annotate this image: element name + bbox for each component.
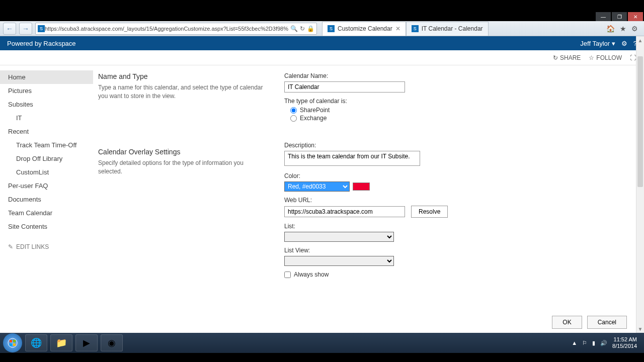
nav-subsite-it[interactable]: IT bbox=[0, 111, 93, 125]
site-favicon: S bbox=[38, 25, 45, 32]
description-label: Description: bbox=[284, 142, 546, 149]
tools-icon[interactable]: ⚙ bbox=[631, 25, 638, 33]
svg-rect-1 bbox=[10, 340, 12, 342]
nav-pictures[interactable]: Pictures bbox=[0, 84, 93, 98]
taskbar-explorer[interactable]: 📁 bbox=[50, 334, 72, 351]
pencil-icon: ✎ bbox=[8, 243, 13, 250]
url-input[interactable] bbox=[45, 23, 288, 34]
page-toolbar: ↻SHARE ☆FOLLOW ⛶ bbox=[0, 50, 644, 65]
always-show-label: Always show bbox=[294, 271, 329, 278]
left-nav: Home Pictures Subsites IT Recent Track T… bbox=[0, 65, 93, 333]
color-select[interactable]: Red, #ed0033 bbox=[284, 182, 350, 192]
tab-favicon: S bbox=[412, 25, 419, 32]
share-button[interactable]: ↻SHARE bbox=[553, 54, 581, 61]
nav-recent-customlist[interactable]: CustomList bbox=[0, 165, 93, 179]
radio-sharepoint-label: SharePoint bbox=[300, 107, 330, 114]
close-button[interactable]: ✕ bbox=[628, 12, 643, 21]
resolve-button[interactable]: Resolve bbox=[411, 206, 448, 218]
nav-recent-track[interactable]: Track Team Time-Off bbox=[0, 138, 93, 152]
ok-button[interactable]: OK bbox=[552, 316, 582, 329]
tray-up-icon[interactable]: ▲ bbox=[572, 340, 577, 346]
tab-favicon: S bbox=[328, 25, 335, 32]
star-icon: ☆ bbox=[589, 54, 594, 61]
browser-toolbar: ← → S 🔍 ↻ 🔒 S Customize Calendar ✕ S IT … bbox=[0, 21, 644, 36]
focus-button[interactable]: ⛶ bbox=[630, 54, 636, 61]
color-swatch bbox=[353, 183, 370, 191]
taskbar-chrome[interactable]: ◉ bbox=[101, 334, 123, 351]
share-icon: ↻ bbox=[553, 54, 558, 61]
radio-exchange-label: Exchange bbox=[300, 115, 327, 122]
edit-links[interactable]: ✎EDIT LINKS bbox=[0, 238, 93, 255]
svg-rect-4 bbox=[13, 343, 16, 346]
weburl-input[interactable] bbox=[284, 206, 405, 217]
nav-site-contents[interactable]: Site Contents bbox=[0, 220, 93, 233]
nav-subsites[interactable]: Subsites bbox=[0, 98, 93, 111]
weburl-label: Web URL: bbox=[284, 197, 546, 204]
user-menu[interactable]: Jeff Taylor ▾ bbox=[580, 40, 615, 47]
nav-recent-header: Recent bbox=[0, 125, 93, 138]
scroll-thumb[interactable] bbox=[637, 56, 643, 187]
calendar-name-label: Calendar Name: bbox=[284, 72, 546, 79]
nav-home[interactable]: Home bbox=[0, 70, 93, 84]
brand-label: Powered by Rackspace bbox=[7, 40, 76, 47]
windows-taskbar: 🌐 📁 ▶ ◉ ▲ ⚐ ▮ 🔊 11:52 AM 8/15/2014 bbox=[0, 333, 644, 353]
main-content: Name and Type Type a name for this calen… bbox=[93, 65, 644, 333]
radio-exchange[interactable] bbox=[290, 115, 297, 122]
description-input[interactable]: This is the team calendar from our IT Su… bbox=[284, 151, 420, 166]
tray-network-icon[interactable]: ▮ bbox=[592, 340, 595, 346]
scroll-down-icon[interactable]: ▼ bbox=[636, 325, 644, 333]
tray-volume-icon[interactable]: 🔊 bbox=[600, 340, 607, 346]
svg-rect-3 bbox=[10, 343, 12, 346]
taskbar-media[interactable]: ▶ bbox=[75, 334, 98, 351]
cancel-button[interactable]: Cancel bbox=[587, 316, 627, 329]
nav-documents[interactable]: Documents bbox=[0, 193, 93, 206]
taskbar-ie[interactable]: 🌐 bbox=[25, 334, 47, 351]
minimize-button[interactable]: — bbox=[596, 12, 611, 21]
settings-icon[interactable]: ⚙ bbox=[621, 40, 627, 47]
favorites-icon[interactable]: ★ bbox=[620, 25, 626, 33]
listview-select[interactable] bbox=[284, 256, 394, 266]
calendar-type-label: The type of calendar is: bbox=[284, 98, 546, 105]
radio-sharepoint[interactable] bbox=[290, 107, 297, 114]
forward-button[interactable]: → bbox=[19, 23, 32, 35]
color-label: Color: bbox=[284, 172, 546, 179]
tray-clock[interactable]: 11:52 AM 8/15/2014 bbox=[612, 336, 637, 349]
section-name-type-desc: Type a name for this calendar, and selec… bbox=[98, 83, 269, 101]
nav-faq[interactable]: Per-user FAQ bbox=[0, 179, 93, 193]
back-button[interactable]: ← bbox=[3, 23, 16, 35]
svg-rect-2 bbox=[13, 340, 16, 342]
tab-customize-calendar[interactable]: S Customize Calendar ✕ bbox=[322, 22, 406, 36]
tab-label: Customize Calendar bbox=[338, 25, 392, 32]
lock-icon: 🔒 bbox=[307, 25, 314, 32]
start-button[interactable] bbox=[3, 333, 22, 352]
form-panel: Calendar Name: The type of calendar is: … bbox=[284, 72, 546, 278]
scroll-up-icon[interactable]: ▲ bbox=[636, 36, 644, 44]
nav-recent-dropoff[interactable]: Drop Off Library bbox=[0, 152, 93, 165]
listview-label: List View: bbox=[284, 247, 546, 254]
refresh-icon[interactable]: ↻ bbox=[300, 25, 305, 32]
list-select[interactable] bbox=[284, 232, 394, 242]
always-show-checkbox[interactable] bbox=[284, 272, 291, 278]
home-icon[interactable]: 🏠 bbox=[606, 25, 615, 33]
maximize-button[interactable]: ❐ bbox=[612, 12, 627, 21]
section-overlay-desc: Specify detailed options for the type of… bbox=[98, 159, 269, 176]
list-label: List: bbox=[284, 223, 546, 230]
tab-label: IT Calendar - Calendar bbox=[422, 25, 483, 32]
tab-it-calendar[interactable]: S IT Calendar - Calendar bbox=[406, 22, 489, 36]
close-icon[interactable]: ✕ bbox=[395, 25, 400, 32]
follow-button[interactable]: ☆FOLLOW bbox=[589, 54, 622, 61]
tray-flag-icon[interactable]: ⚐ bbox=[582, 340, 587, 346]
calendar-name-input[interactable] bbox=[284, 81, 405, 93]
vertical-scrollbar[interactable]: ▲ ▼ bbox=[636, 36, 644, 333]
nav-team-calendar[interactable]: Team Calendar bbox=[0, 206, 93, 220]
svg-point-0 bbox=[8, 338, 17, 347]
search-icon[interactable]: 🔍 bbox=[290, 25, 298, 32]
suite-bar: Powered by Rackspace Jeff Taylor ▾ ⚙ ? bbox=[0, 36, 644, 50]
address-bar[interactable]: S 🔍 ↻ 🔒 bbox=[35, 23, 317, 35]
